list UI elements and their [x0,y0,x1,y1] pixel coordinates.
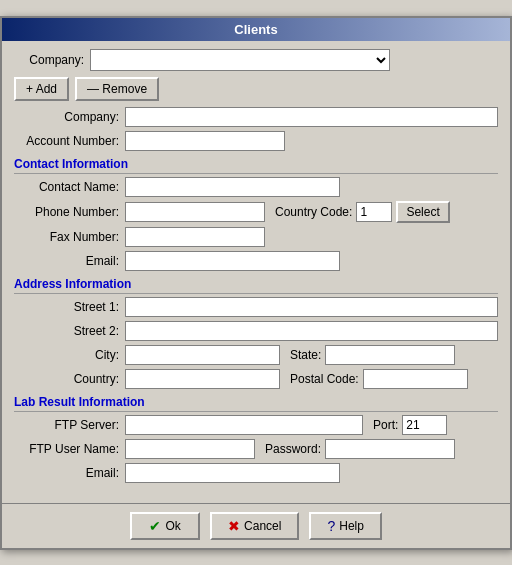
password-label: Password: [265,442,321,456]
street1-row: Street 1: [14,297,498,317]
ok-button[interactable]: ✔ Ok [130,512,200,540]
street1-input[interactable] [125,297,498,317]
help-label: Help [339,519,364,533]
state-input[interactable] [325,345,455,365]
address-information-header: Address Information [14,277,498,294]
postal-code-input[interactable] [363,369,468,389]
window-title: Clients [234,22,277,37]
port-input[interactable] [402,415,447,435]
fax-number-row: Fax Number: [14,227,498,247]
clients-window: Clients Company: + Add — Remove Company:… [0,16,512,550]
title-bar: Clients [2,18,510,41]
ftp-user-name-input[interactable] [125,439,255,459]
country-postal-row: Country: Postal Code: [14,369,498,389]
ftp-server-row: FTP Server: Port: [14,415,498,435]
email2-label: Email: [14,466,119,480]
street2-input[interactable] [125,321,498,341]
fax-number-input[interactable] [125,227,265,247]
top-company-label: Company: [14,53,84,67]
check-icon: ✔ [149,518,161,534]
x-icon: ✖ [228,518,240,534]
contact-name-input[interactable] [125,177,340,197]
email-row: Email: [14,251,498,271]
fax-number-label: Fax Number: [14,230,119,244]
email-label: Email: [14,254,119,268]
state-label: State: [290,348,321,362]
account-number-input[interactable] [125,131,285,151]
city-state-row: City: State: [14,345,498,365]
footer: ✔ Ok ✖ Cancel ? Help [2,503,510,548]
ftp-server-label: FTP Server: [14,418,119,432]
country-input[interactable] [125,369,280,389]
country-code-input[interactable] [356,202,392,222]
top-company-row: Company: [14,49,498,71]
lab-result-information-header: Lab Result Information [14,395,498,412]
help-button[interactable]: ? Help [309,512,381,540]
phone-number-row: Phone Number: Country Code: Select [14,201,498,223]
ftp-server-input[interactable] [125,415,363,435]
ok-label: Ok [165,519,180,533]
account-number-row: Account Number: [14,131,498,151]
ftp-user-name-label: FTP User Name: [14,442,119,456]
city-input[interactable] [125,345,280,365]
company-dropdown[interactable] [90,49,390,71]
phone-number-input[interactable] [125,202,265,222]
contact-name-label: Contact Name: [14,180,119,194]
email2-row: Email: [14,463,498,483]
contact-information-header: Contact Information [14,157,498,174]
remove-button[interactable]: — Remove [75,77,159,101]
company-row: Company: [14,107,498,127]
password-input[interactable] [325,439,455,459]
add-button[interactable]: + Add [14,77,69,101]
email2-input[interactable] [125,463,340,483]
country-code-label: Country Code: [275,205,352,219]
account-number-label: Account Number: [14,134,119,148]
cancel-button[interactable]: ✖ Cancel [210,512,299,540]
contact-name-row: Contact Name: [14,177,498,197]
help-icon: ? [327,518,335,534]
company-input[interactable] [125,107,498,127]
select-button[interactable]: Select [396,201,449,223]
cancel-label: Cancel [244,519,281,533]
city-label: City: [14,348,119,362]
toolbar: + Add — Remove [14,77,498,101]
street1-label: Street 1: [14,300,119,314]
ftp-user-row: FTP User Name: Password: [14,439,498,459]
country-label: Country: [14,372,119,386]
postal-code-label: Postal Code: [290,372,359,386]
phone-number-label: Phone Number: [14,205,119,219]
company-label: Company: [14,110,119,124]
email-input[interactable] [125,251,340,271]
street2-label: Street 2: [14,324,119,338]
port-label: Port: [373,418,398,432]
street2-row: Street 2: [14,321,498,341]
